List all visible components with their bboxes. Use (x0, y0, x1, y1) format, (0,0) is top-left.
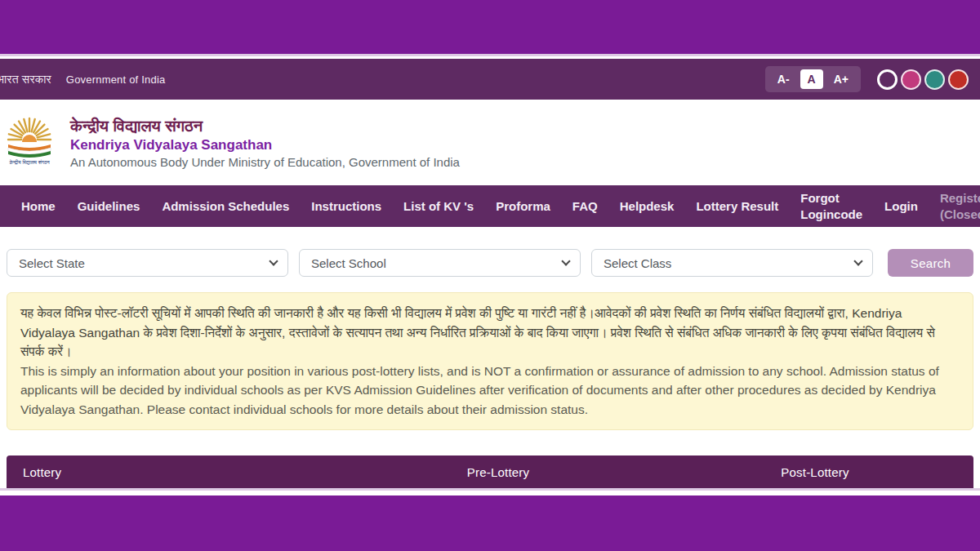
column-header-lottery: Lottery (7, 465, 340, 479)
government-label-hindi: भारत सरकार (0, 73, 51, 87)
nav-item-faq[interactable]: FAQ (572, 198, 598, 215)
search-filters: Select State Select School Select Class … (7, 249, 973, 277)
theme-circle-pink[interactable] (901, 69, 921, 90)
top-decorative-band (0, 0, 980, 54)
theme-switcher (877, 69, 969, 90)
school-select-wrap: Select School (299, 249, 581, 277)
nav-item-proforma[interactable]: Proforma (496, 198, 550, 215)
class-select[interactable]: Select Class (591, 249, 873, 277)
notice-text-english: This is simply an information about your… (20, 362, 960, 420)
site-title-hindi: केन्द्रीय विद्यालय संगठन (70, 117, 460, 136)
state-select-wrap: Select State (7, 249, 288, 277)
lottery-table: Lottery Pre-Lottery Post-Lottery (7, 455, 973, 488)
nav-item-home[interactable]: Home (21, 198, 56, 215)
nav-item-guidelines[interactable]: Guidelines (78, 198, 140, 215)
font-increase-button[interactable]: A+ (826, 69, 856, 89)
search-button[interactable]: Search (888, 249, 973, 277)
nav-item-helpdesk[interactable]: Helpdesk (620, 198, 675, 215)
nav-item-forgot-logincode[interactable]: Forgot Logincode (800, 190, 862, 222)
nav-item-list-of-kvs[interactable]: List of KV 's (403, 198, 474, 215)
font-size-controls: A- A A+ (765, 66, 861, 92)
kvs-logo: केन्द्रीय विद्यालय संगठन (0, 104, 64, 182)
notice-text-hindi: यह केवल विभिन्न पोस्ट-लॉटरी सूचियों में … (20, 304, 960, 362)
nav-item-instructions[interactable]: Instructions (311, 198, 381, 215)
main-navigation: Home Guidelines Admission Schedules Inst… (0, 185, 980, 227)
column-header-post-lottery: Post-Lottery (657, 465, 973, 479)
government-bar: भारत सरकार Government of India A- A A+ (0, 59, 980, 100)
theme-circle-teal[interactable] (924, 69, 945, 90)
theme-circle-default[interactable] (877, 69, 898, 90)
school-select[interactable]: Select School (299, 249, 581, 277)
class-select-wrap: Select Class (591, 249, 873, 277)
state-select[interactable]: Select State (7, 249, 288, 277)
nav-item-lottery-result[interactable]: Lottery Result (696, 198, 778, 215)
site-header: केन्द्रीय विद्यालय संगठन केन्द्रीय विद्य… (0, 100, 980, 185)
font-decrease-button[interactable]: A- (770, 69, 797, 89)
column-header-pre-lottery: Pre-Lottery (340, 465, 657, 479)
site-subtitle: An Autonomous Body Under Ministry of Edu… (70, 155, 460, 169)
nav-item-login[interactable]: Login (884, 198, 918, 215)
footer-band (0, 495, 980, 551)
kvs-logo-icon: केन्द्रीय विद्यालय संगठन (2, 104, 60, 182)
font-normal-button[interactable]: A (800, 69, 823, 89)
admission-notice: यह केवल विभिन्न पोस्ट-लॉटरी सूचियों में … (7, 292, 973, 430)
government-labels: भारत सरकार Government of India (0, 73, 165, 87)
svg-text:केन्द्रीय विद्यालय संगठन: केन्द्रीय विद्यालय संगठन (8, 158, 50, 164)
nav-item-admission-schedules[interactable]: Admission Schedules (162, 198, 289, 215)
theme-circle-red[interactable] (948, 69, 969, 90)
government-label-english: Government of India (66, 73, 166, 86)
lottery-table-header: Lottery Pre-Lottery Post-Lottery (7, 455, 973, 488)
site-title-english: Kendriya Vidyalaya Sangathan (70, 137, 460, 153)
nav-item-register-closed: Register (Closed) (940, 190, 980, 222)
